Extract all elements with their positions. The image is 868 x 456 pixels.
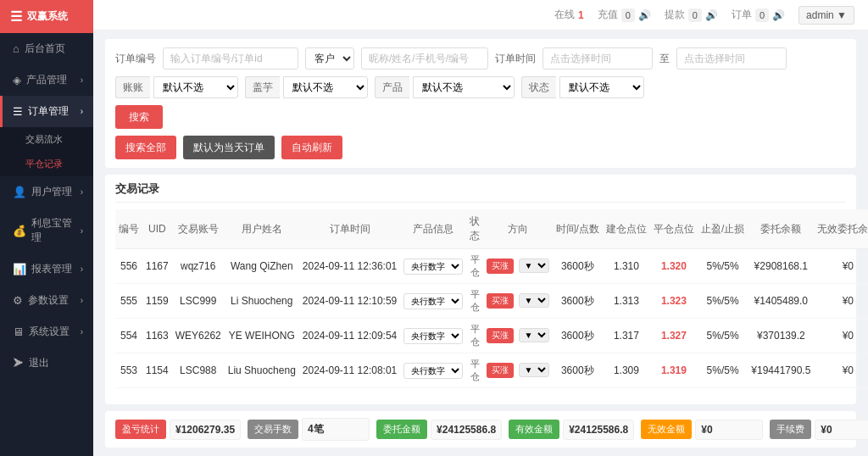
- sidebar-item-home[interactable]: ⌂ 后台首页: [0, 33, 93, 64]
- status-select[interactable]: 默认不选: [559, 76, 644, 98]
- section-title: 交易记录: [115, 181, 846, 203]
- cell-id: 556: [115, 249, 142, 284]
- product-row-select[interactable]: 央行数字: [403, 328, 463, 344]
- user-icon: 👤: [13, 186, 26, 198]
- product-row-select[interactable]: 央行数字: [403, 259, 463, 275]
- profit-loss-value: ¥1206279.35: [170, 420, 241, 440]
- auto-refresh-button[interactable]: 自动刷新: [281, 136, 342, 159]
- order-count[interactable]: 0: [755, 8, 769, 22]
- online-label: 在线: [554, 8, 575, 22]
- cell-account: WEY6262: [172, 319, 225, 353]
- withdraw-count[interactable]: 0: [688, 8, 702, 22]
- invalid-value: ¥0: [695, 420, 763, 440]
- filter-section: 订单编号 客户 订单时间 至 账账 默认不选 盖芋: [105, 39, 856, 168]
- filter-row-4: 搜索全部 默认为当天订单 自动刷新: [115, 136, 846, 159]
- admin-button[interactable]: admin ▼: [798, 6, 854, 25]
- agent-select[interactable]: 默认不选: [283, 76, 368, 98]
- withdraw-status: 提款 0 🔊: [665, 8, 718, 22]
- sidebar-item-profit[interactable]: 💰 利息宝管理 ›: [0, 208, 93, 253]
- sidebar-item-report[interactable]: 📊 报表管理 ›: [0, 253, 93, 285]
- end-time-input[interactable]: [676, 47, 787, 70]
- product-row-select[interactable]: 央行数字: [403, 363, 463, 379]
- cell-direction: 买涨 ▼: [483, 353, 552, 388]
- customer-select[interactable]: 客户: [305, 47, 354, 70]
- sidebar-item-label: 利息宝管理: [31, 216, 75, 245]
- app-title: 双赢系统: [27, 9, 68, 24]
- speaker-icon: 🔊: [638, 9, 651, 21]
- col-id: 编号: [115, 209, 142, 249]
- speaker-icon3: 🔊: [772, 9, 785, 21]
- cell-entrust: ¥370139.2: [748, 319, 814, 353]
- product-group: 产品 默认不选: [375, 76, 515, 98]
- trade-count-stat: 交易手数 4笔: [248, 418, 370, 441]
- direction-select[interactable]: ▼: [519, 259, 549, 273]
- cell-id: 555: [115, 284, 142, 319]
- fee-value: ¥0: [815, 420, 868, 440]
- app-logo: ☰ 双赢系统: [0, 0, 93, 33]
- search-button[interactable]: 搜索: [115, 105, 163, 129]
- nickname-input[interactable]: [361, 47, 488, 70]
- chevron-right-icon: ›: [81, 107, 83, 116]
- sidebar-sub-item-transaction[interactable]: 交易流水: [17, 127, 93, 152]
- chevron-right-icon: ›: [81, 75, 83, 85]
- sidebar-sub-item-balance[interactable]: 平仓记录: [17, 152, 93, 176]
- sidebar-item-order[interactable]: ☰ 订单管理 ›: [0, 96, 93, 127]
- cell-name: Liu Shuocheng: [225, 353, 299, 388]
- cell-time-points: 3600秒: [553, 319, 603, 353]
- transaction-section: 交易记录 编号 UID 交易账号 用户姓名 订单时间 产品信息 状态 方向 时间…: [105, 175, 856, 404]
- today-button[interactable]: 默认为当天订单: [183, 136, 275, 159]
- sidebar-item-label: 用户管理: [31, 185, 75, 199]
- direction-badge: 买涨: [487, 363, 514, 378]
- sidebar-item-label: 参数设置: [28, 293, 75, 308]
- menu-icon[interactable]: ☰: [10, 8, 22, 25]
- salesperson-select[interactable]: 默认不选: [153, 76, 238, 98]
- recharge-label: 充值: [598, 8, 618, 22]
- direction-select[interactable]: ▼: [519, 293, 549, 308]
- content-area: 订单编号 客户 订单时间 至 账账 默认不选 盖芋: [93, 31, 868, 456]
- salesperson-label: 账账: [115, 76, 150, 98]
- filter-row-3: 搜索: [115, 105, 846, 129]
- order-number-input[interactable]: [163, 47, 298, 70]
- cell-close-price: 1.320: [650, 249, 698, 284]
- cell-time: 2024-09-11 12:09:54: [299, 319, 400, 353]
- chevron-right-icon: ›: [81, 327, 83, 336]
- cell-build-price: 1.310: [603, 249, 650, 284]
- start-time-input[interactable]: [542, 47, 653, 70]
- cell-account: LSC988: [172, 353, 225, 388]
- product-row-select[interactable]: 央行数字: [403, 293, 463, 309]
- cell-stop: 5%/5%: [698, 319, 748, 353]
- cell-time: 2024-09-11 12:36:01: [299, 249, 400, 284]
- invalid-label: 无效金额: [641, 420, 692, 439]
- to-label: 至: [659, 52, 670, 66]
- recharge-count[interactable]: 0: [621, 8, 635, 22]
- sidebar-item-product[interactable]: ◈ 产品管理 ›: [0, 64, 93, 96]
- speaker-icon2: 🔊: [705, 9, 718, 21]
- direction-select[interactable]: ▼: [519, 328, 549, 342]
- cell-status: 平 仓: [466, 319, 483, 353]
- table-header-row: 编号 UID 交易账号 用户姓名 订单时间 产品信息 状态 方向 时间/点数 建…: [115, 209, 868, 249]
- sidebar-item-params[interactable]: ⚙ 参数设置 ›: [0, 285, 93, 316]
- home-icon: ⌂: [13, 42, 19, 55]
- cell-name: YE WEIHONG: [225, 319, 299, 353]
- col-build-price: 建仓点位: [603, 209, 650, 249]
- sidebar-item-label: 退出: [29, 356, 83, 370]
- sidebar-item-exit[interactable]: ⮞ 退出: [0, 348, 93, 379]
- product-select[interactable]: 默认不选: [413, 76, 515, 98]
- direction-select[interactable]: ▼: [519, 363, 549, 377]
- direction-badge: 买涨: [487, 328, 514, 343]
- sidebar-item-label: 订单管理: [28, 104, 75, 119]
- cell-stop: 5%/5%: [698, 353, 748, 388]
- col-time-points: 时间/点数: [553, 209, 603, 249]
- search-all-button[interactable]: 搜索全部: [115, 136, 176, 159]
- table-row: 556 1167 wqz716 Wang QiZhen 2024-09-11 1…: [115, 249, 868, 284]
- cell-stop: 5%/5%: [698, 249, 748, 284]
- cell-account: LSC999: [172, 284, 225, 319]
- col-entrust: 委托余额: [748, 209, 814, 249]
- sidebar-item-system[interactable]: 🖥 系统设置 ›: [0, 316, 93, 348]
- col-name: 用户姓名: [225, 209, 299, 249]
- status-group: 状态 默认不选: [521, 76, 644, 98]
- cell-direction: 买涨 ▼: [483, 284, 552, 319]
- sidebar-item-user[interactable]: 👤 用户管理 ›: [0, 176, 93, 208]
- report-icon: 📊: [13, 263, 26, 275]
- entrust-stat: 委托金额 ¥24125586.8: [376, 420, 502, 440]
